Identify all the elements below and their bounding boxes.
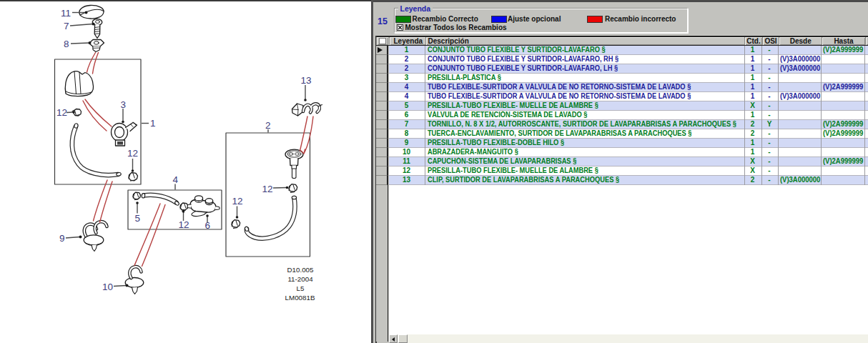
svg-text:12: 12 <box>232 196 243 207</box>
svg-text:5: 5 <box>135 213 141 224</box>
svg-text:2: 2 <box>265 120 271 131</box>
svg-text:3: 3 <box>121 99 127 110</box>
svg-text:LM0081B: LM0081B <box>285 294 315 302</box>
svg-text:12: 12 <box>56 107 67 118</box>
svg-text:13: 13 <box>301 75 312 86</box>
svg-text:1: 1 <box>150 118 156 129</box>
svg-text:11: 11 <box>61 8 71 19</box>
svg-text:L5: L5 <box>297 284 305 292</box>
svg-text:6: 6 <box>205 220 211 231</box>
svg-text:10: 10 <box>102 282 113 292</box>
svg-text:12: 12 <box>262 184 273 194</box>
svg-text:11-2004: 11-2004 <box>287 275 313 283</box>
svg-text:9: 9 <box>59 233 65 244</box>
svg-text:8: 8 <box>64 39 69 49</box>
svg-text:4: 4 <box>173 174 179 185</box>
svg-text:12: 12 <box>179 219 189 230</box>
svg-text:D10.005: D10.005 <box>287 266 314 274</box>
svg-text:12: 12 <box>127 148 138 159</box>
svg-text:7: 7 <box>64 21 69 31</box>
